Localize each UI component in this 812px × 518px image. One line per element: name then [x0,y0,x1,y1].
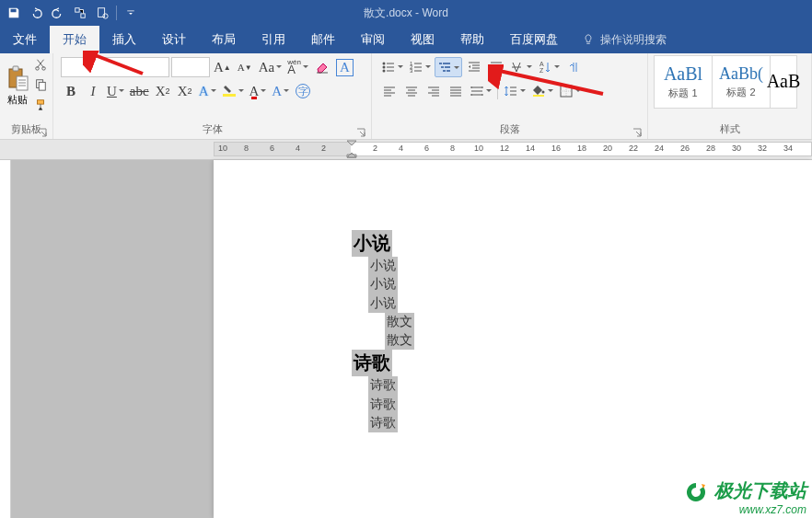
copy-button[interactable] [32,75,49,94]
file-tab[interactable]: 文件 [0,26,50,53]
bullets-button[interactable] [379,57,405,77]
style-heading2[interactable]: AaBb( 标题 2 [712,55,771,109]
workspace-background [11,160,214,518]
cut-icon [34,58,47,71]
svg-text:3: 3 [410,68,413,74]
text-line[interactable]: 小说 [368,275,398,294]
document-page[interactable]: 小说 小说 小说 小说 散文 散文 诗歌 诗歌 诗歌 诗歌 [214,160,812,518]
numbering-button[interactable]: 123 [407,57,433,77]
underline-button[interactable]: U [105,81,126,101]
borders-button[interactable] [557,81,583,101]
shading-icon [531,84,546,98]
horizontal-ruler[interactable]: 10 8 6 4 2 2 4 6 8 10 12 14 16 18 20 22 … [214,142,812,156]
line-spacing-icon [504,84,518,98]
cut-button[interactable] [32,55,49,74]
style-preview: AaB [767,71,801,92]
change-case-button[interactable]: Aa [257,57,284,77]
text-line[interactable]: 诗歌 [368,414,398,432]
baidu-tab[interactable]: 百度网盘 [497,26,571,53]
help-tab[interactable]: 帮助 [447,26,497,53]
clipboard-launcher[interactable] [38,128,47,137]
align-left-button[interactable] [379,81,400,101]
paragraph-launcher[interactable] [632,128,642,137]
style-preview: AaBb( [719,64,763,84]
justify-button[interactable] [446,81,466,101]
enclose-characters-button[interactable]: 字 [293,81,313,101]
italic-button[interactable]: I [83,81,103,101]
clipboard-group-label: 剪贴板 [4,121,49,139]
distributed-button[interactable] [468,81,493,101]
text-line[interactable]: 散文 [385,313,414,331]
paste-icon [6,65,29,91]
sort-button[interactable]: AZ [536,57,562,77]
strikethrough-button[interactable]: abc [128,81,151,101]
text-line[interactable]: 小说 [368,257,398,275]
text-effects-button[interactable]: A [197,81,218,101]
font-name-input[interactable] [61,57,169,77]
increase-indent-button[interactable] [486,57,506,77]
svg-rect-10 [39,82,45,90]
separator [497,83,498,99]
text-line[interactable]: 诗歌 [368,396,398,414]
navigation-gutter[interactable] [0,160,11,518]
eraser-icon [315,60,330,75]
font-color-button[interactable]: A [248,81,269,101]
tell-me-search[interactable]: 操作说明搜索 [571,26,678,53]
grow-font-button[interactable]: A▲ [212,57,233,77]
asian-layout-button[interactable] [508,57,534,77]
save-icon[interactable] [4,3,24,23]
text-line[interactable]: 诗歌 [368,376,398,395]
font-group-label: 字体 [57,121,367,139]
text-line[interactable]: 散文 [385,331,414,350]
insert-tab[interactable]: 插入 [99,26,149,53]
qat-customize-button[interactable] [121,3,141,23]
asian-layout-icon [510,60,525,75]
highlight-icon [222,84,237,98]
design-tab[interactable]: 设计 [149,26,199,53]
text-line[interactable]: 小说 [368,294,398,313]
character-shading-button[interactable]: A [270,81,291,101]
align-center-button[interactable] [401,81,422,101]
svg-rect-12 [223,94,236,97]
style-heading1[interactable]: AaBl 标题 1 [654,55,713,109]
format-painter-button[interactable] [32,96,49,114]
heading-1[interactable]: 小说 [352,230,392,257]
review-tab[interactable]: 审阅 [348,26,398,53]
clear-formatting-button[interactable] [312,57,332,77]
line-spacing-button[interactable] [502,81,528,101]
shrink-font-button[interactable]: A▼ [235,57,255,77]
qat-button-2[interactable] [92,3,112,23]
indent-marker[interactable] [346,140,357,160]
font-size-input[interactable] [171,57,210,77]
svg-point-14 [383,66,386,69]
phonetic-guide-button[interactable]: wénA [285,57,310,77]
character-border-button[interactable]: A [334,57,355,77]
svg-rect-5 [13,66,18,71]
multilevel-list-button[interactable] [435,57,462,77]
paste-button[interactable]: 粘贴 [4,55,30,116]
clipboard-group: 粘贴 剪贴板 [0,53,53,139]
decrease-indent-button[interactable] [464,57,484,77]
home-tab[interactable]: 开始 [50,26,99,53]
subscript-button[interactable]: X2 [153,81,173,101]
mail-tab[interactable]: 邮件 [298,26,348,53]
paragraph-group-label: 段落 [376,121,644,139]
view-tab[interactable]: 视图 [398,26,447,53]
references-tab[interactable]: 引用 [249,26,298,53]
borders-icon [559,84,574,98]
align-right-button[interactable] [423,81,444,101]
shading-button[interactable] [529,81,555,101]
qat-button-1[interactable] [70,3,90,23]
style-item-3[interactable]: AaB [770,55,797,109]
font-launcher[interactable] [356,128,365,137]
undo-button[interactable] [26,3,46,23]
superscript-button[interactable]: X2 [175,81,195,101]
quick-access-toolbar [0,3,141,23]
heading-2[interactable]: 诗歌 [352,350,392,376]
highlight-button[interactable] [220,81,246,101]
bold-button[interactable]: B [61,81,81,101]
redo-button[interactable] [48,3,68,23]
layout-tab[interactable]: 布局 [199,26,249,53]
show-marks-button[interactable] [563,57,584,77]
decrease-indent-icon [467,60,481,75]
